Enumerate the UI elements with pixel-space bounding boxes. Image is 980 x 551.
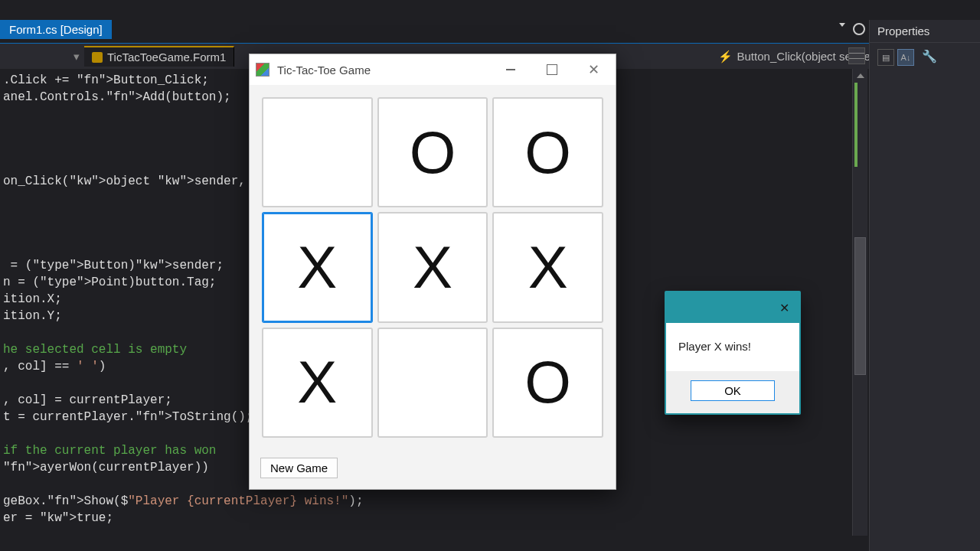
wrench-icon[interactable]: 🔧 bbox=[922, 49, 937, 66]
editor-toolbar-right bbox=[839, 23, 865, 35]
maximize-button[interactable] bbox=[541, 58, 564, 81]
lightning-icon: ⚡ bbox=[718, 50, 733, 64]
alpha-view-button[interactable]: A↓ bbox=[897, 49, 914, 66]
change-marker bbox=[854, 83, 858, 167]
board-cell-5[interactable]: X bbox=[492, 212, 603, 322]
tictactoe-window: Tic-Tac-Toe Game ✕ OOXXXXO New Game bbox=[249, 54, 616, 490]
messagebox-titlebar[interactable]: ✕ bbox=[666, 292, 799, 323]
close-button[interactable]: ✕ bbox=[582, 58, 605, 81]
type-selector-label: TicTacToeGame.Form1 bbox=[107, 51, 226, 64]
board-cell-0[interactable] bbox=[262, 97, 373, 207]
board-cell-1[interactable]: O bbox=[377, 97, 488, 207]
properties-panel-title: Properties bbox=[870, 20, 980, 43]
minimize-button[interactable] bbox=[499, 58, 522, 81]
split-editor-button[interactable] bbox=[848, 47, 865, 64]
close-icon[interactable]: ✕ bbox=[775, 298, 793, 317]
new-game-button[interactable]: New Game bbox=[260, 458, 338, 478]
board-cell-3[interactable]: X bbox=[262, 212, 373, 322]
window-titlebar[interactable]: Tic-Tac-Toe Game ✕ bbox=[250, 54, 616, 85]
properties-panel: Properties ▤ A↓ 🔧 bbox=[869, 20, 980, 551]
board-cell-4[interactable]: X bbox=[377, 212, 488, 322]
chevron-down-icon[interactable]: ▾ bbox=[74, 50, 80, 64]
messagebox: ✕ Player X wins! OK bbox=[665, 291, 801, 415]
editor-scrollbar[interactable] bbox=[852, 69, 867, 536]
board-cell-8[interactable]: O bbox=[492, 328, 603, 438]
ok-button[interactable]: OK bbox=[691, 380, 775, 401]
board-cell-6[interactable]: X bbox=[262, 328, 373, 438]
category-view-button[interactable]: ▤ bbox=[877, 49, 894, 66]
board-cell-7[interactable] bbox=[377, 328, 488, 438]
dropdown-icon[interactable] bbox=[839, 23, 845, 27]
window-title: Tic-Tac-Toe Game bbox=[277, 64, 499, 77]
gear-icon[interactable] bbox=[853, 23, 865, 35]
properties-toolbar: ▤ A↓ 🔧 bbox=[870, 43, 980, 72]
scroll-up-arrow-icon[interactable] bbox=[857, 73, 864, 78]
board-cell-2[interactable]: O bbox=[492, 97, 603, 207]
form-icon bbox=[92, 52, 103, 63]
editor-tab-active[interactable]: Form1.cs [Design] bbox=[0, 20, 112, 39]
game-board: OOXXXXO bbox=[250, 85, 616, 450]
type-selector[interactable]: TicTacToeGame.Form1 bbox=[84, 46, 234, 67]
app-icon bbox=[256, 63, 270, 77]
scroll-thumb[interactable] bbox=[854, 237, 866, 375]
messagebox-text: Player X wins! bbox=[666, 323, 799, 371]
